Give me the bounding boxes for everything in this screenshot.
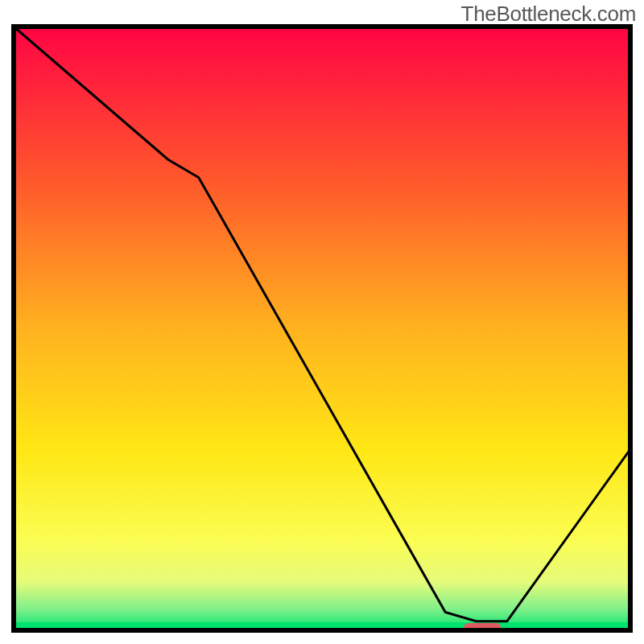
- bottleneck-chart: [11, 24, 633, 633]
- chart-background: [14, 27, 630, 630]
- watermark-text: TheBottleneck.com: [461, 2, 636, 27]
- chart-frame: TheBottleneck.com: [0, 0, 644, 644]
